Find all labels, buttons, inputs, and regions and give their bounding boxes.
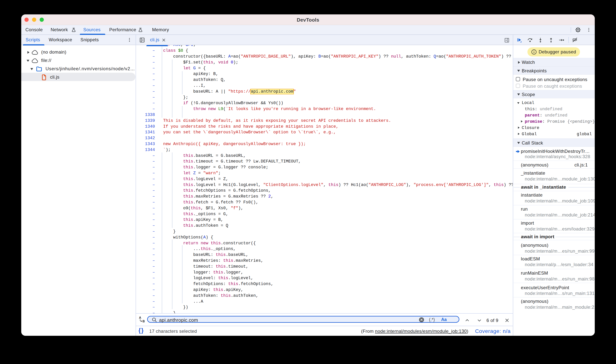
svg-text:B: B bbox=[143, 320, 145, 323]
svg-text:A: A bbox=[139, 316, 141, 319]
